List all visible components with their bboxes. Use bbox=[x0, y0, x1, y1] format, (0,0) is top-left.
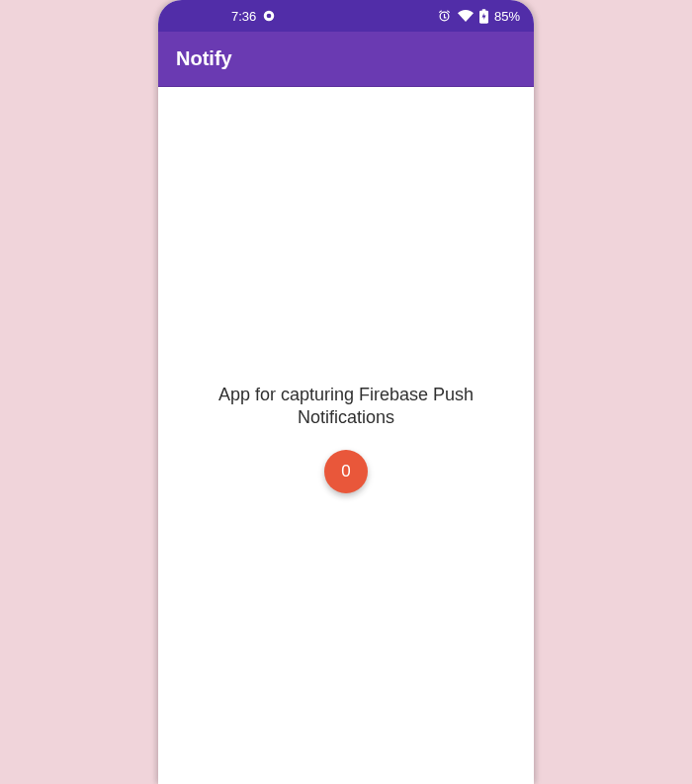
svg-point-1 bbox=[267, 14, 272, 19]
status-bar: 7:36 85% bbox=[158, 0, 534, 32]
wifi-icon bbox=[458, 8, 474, 24]
status-bar-left: 7:36 bbox=[231, 9, 276, 24]
counter-fab[interactable]: 0 bbox=[324, 450, 368, 493]
app-bar: Notify bbox=[158, 32, 534, 87]
alarm-icon bbox=[437, 9, 452, 24]
notification-dot-icon bbox=[262, 9, 276, 23]
status-bar-right: 85% bbox=[437, 8, 520, 24]
counter-value: 0 bbox=[341, 462, 350, 481]
battery-icon bbox=[479, 9, 488, 24]
status-time: 7:36 bbox=[231, 9, 256, 24]
main-content: App for capturing Firebase Push Notifica… bbox=[158, 87, 534, 784]
svg-rect-3 bbox=[482, 9, 486, 11]
app-title: Notify bbox=[176, 47, 232, 70]
phone-frame: 7:36 85% Notify App for capturing Fireba… bbox=[158, 0, 534, 784]
description-text: App for capturing Firebase Push Notifica… bbox=[158, 384, 534, 430]
battery-percentage: 85% bbox=[494, 9, 520, 24]
